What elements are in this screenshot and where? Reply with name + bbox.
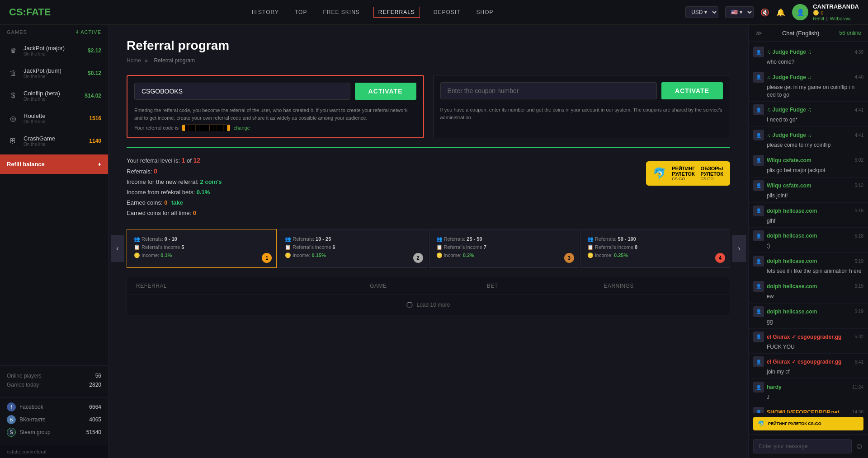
shield-icon: ⛨: [8, 136, 18, 146]
header-right: USD ▾ 🇺🇸 ▾ 🔇 🔔 👤 CANTRABANDA 🪙 0 Refill …: [685, 3, 859, 21]
nav-free-skins[interactable]: FREE SKINS: [321, 7, 362, 18]
msg-text: join my cf: [753, 368, 863, 376]
msg-header: 👤 el Giurax ✓ csgoupgrader.gg 5:41: [753, 356, 863, 367]
refill-balance-button[interactable]: Refill balance +: [0, 154, 108, 174]
breadcrumb-home[interactable]: Home: [127, 57, 141, 64]
chat-panel: ≫ Chat (English) 56 online 👤 ♫ Judge Fud…: [748, 25, 868, 458]
msg-time: 5:32: [855, 334, 863, 339]
msg-username[interactable]: el Giurax ✓ csgoupgrader.gg: [767, 334, 841, 340]
vk-link[interactable]: В ВКонтакте 4065: [7, 415, 101, 424]
change-code-link[interactable]: change: [234, 125, 250, 131]
nav-history[interactable]: HISTORY: [250, 7, 281, 18]
coupon-activate-button[interactable]: ACTIVATE: [661, 82, 723, 99]
notification-button[interactable]: 🔔: [776, 8, 785, 17]
table-header: Referral Game Bet Earnings: [127, 277, 730, 295]
app-root: CS:FATE HISTORY TOP FREE SKINS REFERRALS…: [0, 0, 868, 458]
msg-time: 5:02: [855, 158, 863, 163]
chat-message: 👤 el Giurax ✓ csgoupgrader.gg 5:41 join …: [749, 354, 868, 379]
promo-right-text3: CS:GO: [701, 177, 723, 181]
levels-grid: 👥 Referrals: 0 - 10 📋 Referral's income …: [127, 229, 730, 268]
income-new-value: 2 coin's: [200, 178, 222, 185]
chat-promo-banner[interactable]: 🐬 РЕЙТИНГ РУЛЕТОК CS:GO: [753, 417, 863, 430]
msg-username[interactable]: Wilqu csfate.com: [767, 157, 811, 164]
msg-avatar: 👤: [753, 72, 764, 83]
coupon-input[interactable]: [440, 82, 657, 99]
msg-username[interactable]: ♫ Judge Fudge ♫: [767, 49, 811, 55]
nav-deposit[interactable]: DEPOSIT: [431, 7, 463, 18]
msg-avatar: 👤: [753, 407, 764, 413]
chat-online-count: 56 online: [839, 30, 861, 36]
msg-username[interactable]: dolph hellcase.com: [767, 308, 817, 315]
main-content: Referral program Home » Referral program…: [108, 25, 748, 458]
levels-prev-button[interactable]: ‹: [111, 235, 124, 262]
msg-text: :): [753, 242, 863, 250]
msg-username[interactable]: dolph hellcase.com: [767, 208, 817, 214]
msg-username[interactable]: ♫ Judge Fudge ♫: [767, 107, 811, 113]
msg-username[interactable]: el Giurax ✓ csgoupgrader.gg: [767, 359, 841, 365]
chat-banner-icon: 🐬: [758, 421, 764, 427]
msg-text: I need to go*: [753, 116, 863, 124]
msg-username[interactable]: ♫ Judge Fudge ♫: [767, 74, 811, 80]
msg-username[interactable]: dolph hellcase.com: [767, 233, 817, 239]
refill-link[interactable]: Refill: [813, 16, 824, 21]
footer-url: csfate.com/referal: [0, 445, 108, 458]
nav-top[interactable]: TOP: [292, 7, 309, 18]
page-title: Referral program: [127, 38, 730, 53]
sidebar: GAMES 4 active ♛ JackPot (major) On the …: [0, 25, 108, 458]
sidebar-item-jackpot-major[interactable]: ♛ JackPot (major) On the line: $2.12: [0, 39, 108, 62]
coupon-input-row: ACTIVATE: [440, 82, 723, 99]
sidebar-item-crashgame[interactable]: ⛨ CrashGame On the line: 1140: [0, 130, 108, 152]
chat-input[interactable]: [753, 439, 852, 453]
referrals-value: 0: [154, 168, 157, 175]
msg-username[interactable]: dolph hellcase.com: [767, 258, 817, 264]
withdraw-link[interactable]: Withdraw: [830, 16, 850, 21]
facebook-link[interactable]: f Facebook 6664: [7, 402, 101, 411]
chat-message: 👤 ♫ Judge Fudge ♫ 4:39 who come?: [749, 44, 868, 69]
msg-header: 👤 ♫ Judge Fudge ♫ 4:41: [753, 104, 863, 115]
msg-username[interactable]: dolph hellcase.com: [767, 283, 817, 290]
msg-time: 4:41: [855, 133, 863, 138]
msg-username[interactable]: hardy: [767, 384, 782, 390]
sidebar-item-coinflip[interactable]: $ Coinflip (beta) On the line: $14.02: [0, 84, 108, 107]
take-coins-link[interactable]: take: [171, 199, 183, 206]
emoji-button[interactable]: ☺: [855, 442, 863, 451]
social-links: f Facebook 6664 В ВКонтакте 4065 S Steam…: [0, 397, 108, 445]
load-more-button[interactable]: Load 10 more: [127, 295, 730, 315]
level-current: 1: [182, 157, 185, 164]
user-info: 👤 CANTRABANDA 🪙 0 Refill | Withdraw: [792, 3, 859, 21]
logo-text1: CS:: [9, 6, 26, 18]
nav-shop[interactable]: SHOP: [474, 7, 496, 18]
msg-username[interactable]: SHOWLIVEFORCEDROP.net: [767, 409, 839, 413]
levels-container: ‹ › 👥 Referrals: 0 - 10 📋 Referral's inc…: [127, 229, 730, 268]
referral-code-line: Your referral code is ████████████ chang…: [134, 125, 416, 131]
level-total: 12: [193, 157, 201, 164]
msg-time: 4:39: [855, 50, 863, 55]
msg-username[interactable]: ♫ Judge Fudge ♫: [767, 132, 811, 138]
language-select[interactable]: 🇺🇸 ▾: [725, 6, 754, 18]
msg-text: J: [753, 393, 863, 401]
levels-next-button[interactable]: ›: [732, 235, 746, 262]
referral-activate-button[interactable]: ACTIVATE: [355, 83, 416, 100]
logo[interactable]: CS:FATE: [9, 6, 51, 18]
sidebar-item-roulette[interactable]: ◎ Roulette On the line: 1516: [0, 107, 108, 130]
nav-referrals[interactable]: REFERRALS: [373, 7, 420, 18]
currency-select[interactable]: USD ▾: [685, 6, 718, 18]
msg-time: 5:19: [855, 259, 863, 264]
steam-count: 51540: [86, 429, 101, 435]
steam-link[interactable]: S Steam group 51540: [7, 428, 101, 437]
logo-text2: FATE: [26, 6, 51, 18]
sidebar-item-jackpot-bum[interactable]: 🗑 JackPot (bum) On the line: $0.12: [0, 62, 108, 84]
msg-text: who come?: [753, 58, 863, 66]
msg-avatar: 👤: [753, 281, 764, 292]
jackpot-bum-sublabel: On the line:: [24, 74, 82, 79]
chat-expand-button[interactable]: ≫: [755, 29, 762, 37]
level-income-3: 📋 Referral's income 7: [436, 244, 572, 250]
mute-button[interactable]: 🔇: [760, 8, 769, 17]
msg-time: 5:18: [855, 208, 863, 213]
chat-message: 👤 dolph hellcase.com 5:19 gg: [749, 304, 868, 329]
msg-username[interactable]: Wilqu csfate.com: [767, 182, 811, 189]
msg-text: gg: [753, 318, 863, 326]
level-card-1: 👥 Referrals: 0 - 10 📋 Referral's income …: [127, 229, 277, 268]
referral-code-input[interactable]: [134, 83, 350, 100]
breadcrumb: Home » Referral program: [127, 57, 730, 64]
